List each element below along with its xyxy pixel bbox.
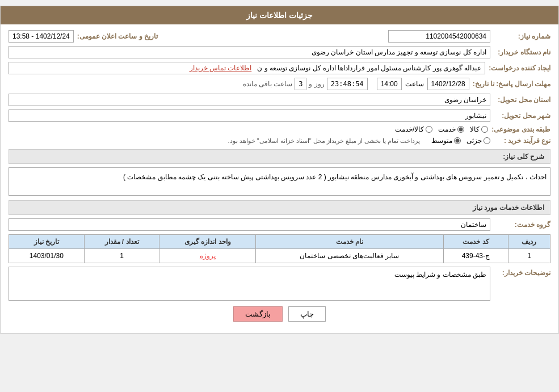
cell-date: 1403/01/30 (9, 249, 85, 263)
buttons-row: چاپ بازگشت (9, 306, 550, 322)
category-khadamat-label: خدمت (438, 125, 456, 133)
purchase-motavaset-radio[interactable] (454, 137, 461, 144)
need-number-label: شماره نیاز: (494, 32, 550, 40)
col-service-name: نام خدمت (256, 235, 444, 249)
category-row: طبقه بندی موضوعی: کالا خدمت کالا/خدمت (9, 125, 550, 133)
col-quantity: تعداد / مقدار (84, 235, 159, 249)
purchase-type-label: نوع فرآیند خرید : (494, 137, 550, 145)
purchase-type-group: جزئی متوسط پرداخت تمام یا بخشی از مبلغ خ… (9, 137, 490, 145)
creator-value: عبداله گوهری پور کارشناس مسئول امور قرار… (9, 62, 485, 74)
cell-service-name: سایر فعالیت‌های تخصصی ساختمان (256, 249, 444, 263)
cell-unit[interactable]: پروژه (159, 249, 256, 263)
city-label: شهر محل تحویل: (494, 112, 550, 120)
creator-row: ایجاد کننده درخواست: عبداله گوهری پور کا… (9, 62, 550, 74)
buyer-desc-row: توضیحات خریدار: طبق مشخصات و شرایط پیوست (9, 267, 550, 301)
description-row: احداث ، تکمیل و تعمیر سرویس های بهداشتی … (9, 167, 550, 196)
back-button[interactable]: بازگشت (233, 306, 283, 322)
province-value: خراسان رضوی (9, 94, 490, 106)
buyer-desc-value: طبق مشخصات و شرایط پیوست (12, 271, 486, 279)
description-value: احداث ، تکمیل و تعمیر سرویس های بهداشتی … (9, 167, 550, 196)
response-deadline-label: مهلت ارسال پاسخ: تا تاریخ: (473, 80, 550, 88)
purchase-jozvi-label: جزئی (466, 137, 482, 145)
response-time-label: ساعت (405, 80, 424, 88)
buyer-org-label: نام دستگاه خریدار: (494, 48, 550, 56)
category-label: طبقه بندی موضوعی: (491, 125, 550, 133)
category-kala-khadamat-label: کالا/خدمت (395, 125, 424, 133)
cell-quantity: 1 (84, 249, 159, 263)
purchase-note: پرداخت تمام یا بخشی از مبلغ خریداز محل "… (228, 137, 420, 145)
category-khadamat[interactable]: خدمت (438, 125, 464, 133)
description-label: شرح کلی نیاز: (503, 153, 544, 161)
service-group-value: ساختمان (9, 218, 490, 231)
category-kala[interactable]: کالا (470, 125, 488, 133)
category-radio-group: کالا خدمت کالا/خدمت (395, 125, 488, 133)
services-table-body: 1 ج-43-439 سایر فعالیت‌های تخصصی ساختمان… (9, 249, 550, 263)
response-date-value: 1402/12/28 (427, 78, 469, 90)
remaining-days-value: 3 (295, 78, 306, 90)
service-group-label: گروه خدمت: (494, 221, 550, 229)
services-table: ردیف کد خدمت نام خدمت واحد اندازه گیری ت… (9, 234, 550, 263)
purchase-jozvi-radio[interactable] (484, 137, 490, 144)
services-section-title: اطلاعات خدمات مورد نیاز (9, 200, 550, 215)
description-section-title: شرح کلی نیاز: (9, 149, 550, 164)
response-deadline-row: مهلت ارسال پاسخ: تا تاریخ: 1402/12/28 سا… (9, 78, 550, 90)
main-content: شماره نیاز: 1102004542000634 تاریخ و ساع… (1, 24, 558, 333)
category-kala-khadamat[interactable]: کالا/خدمت (395, 125, 432, 133)
remaining-time-value: 23:48:54 (327, 78, 368, 90)
services-table-header-row: ردیف کد خدمت نام خدمت واحد اندازه گیری ت… (9, 235, 550, 249)
category-kala-khadamat-radio[interactable] (426, 126, 432, 133)
province-label: استان محل تحویل: (494, 96, 550, 104)
creator-text: عبداله گوهری پور کارشناس مسئول امور قرار… (257, 64, 481, 72)
col-unit: واحد اندازه گیری (159, 235, 256, 249)
col-row-num: ردیف (508, 235, 550, 249)
cell-row-num: 1 (508, 249, 550, 263)
page-wrapper: جزئیات اطلاعات نیاز شماره نیاز: 11020045… (0, 6, 559, 334)
city-row: شهر محل تحویل: نیشابور (9, 109, 550, 122)
col-date: تاریخ نیاز (9, 235, 85, 249)
category-kala-radio[interactable] (481, 126, 488, 133)
province-row: استان محل تحویل: خراسان رضوی (9, 94, 550, 106)
time-countdown: 23:48:54 روز و 3 ساعت باقی مانده (243, 78, 368, 90)
category-khadamat-radio[interactable] (457, 126, 464, 133)
services-table-header: ردیف کد خدمت نام خدمت واحد اندازه گیری ت… (9, 235, 550, 249)
remaining-days-label: روز و (309, 80, 324, 88)
city-value: نیشابور (9, 109, 490, 122)
print-button[interactable]: چاپ (288, 306, 326, 322)
purchase-jozvi[interactable]: جزئی (466, 137, 490, 145)
creator-contact-link[interactable]: اطلاعات تماس خریدار (190, 64, 252, 72)
purchase-motavaset-label: متوسط (431, 137, 452, 145)
services-section-label: اطلاعات خدمات مورد نیاز (473, 204, 544, 212)
category-kala-label: کالا (470, 125, 480, 133)
buyer-org-row: نام دستگاه خریدار: اداره کل نوسازی توسعه… (9, 46, 550, 58)
remaining-time-label: ساعت باقی مانده (243, 80, 293, 88)
creator-label: ایجاد کننده درخواست: (489, 64, 550, 72)
service-group-row: گروه خدمت: ساختمان (9, 218, 550, 231)
buyer-desc-label: توضیحات خریدار: (494, 269, 550, 277)
buyer-desc-box: طبق مشخصات و شرایط پیوست (9, 267, 490, 301)
buyer-org-value: اداره کل نوسازی توسعه و تجهیز مدارس استا… (9, 46, 490, 58)
response-deadline-group: 1402/12/28 ساعت 14:00 23:48:54 روز و 3 س… (9, 78, 469, 90)
announcement-datetime-label: تاریخ و ساعت اعلان عمومی: (77, 32, 158, 40)
page-header: جزئیات اطلاعات نیاز (1, 6, 558, 24)
purchase-type-row: نوع فرآیند خرید : جزئی متوسط پرداخت تمام… (9, 137, 550, 145)
response-time-value: 14:00 (377, 78, 402, 90)
table-row: 1 ج-43-439 سایر فعالیت‌های تخصصی ساختمان… (9, 249, 550, 263)
need-number-row: شماره نیاز: 1102004542000634 تاریخ و ساع… (9, 30, 550, 43)
page-title: جزئیات اطلاعات نیاز (246, 11, 313, 20)
announcement-datetime-value: 1402/12/24 - 13:58 (9, 30, 74, 43)
col-service-code: کد خدمت (443, 235, 508, 249)
purchase-motavaset[interactable]: متوسط (431, 137, 461, 145)
need-number-value: 1102004542000634 (388, 30, 490, 43)
cell-service-code: ج-43-439 (443, 249, 508, 263)
